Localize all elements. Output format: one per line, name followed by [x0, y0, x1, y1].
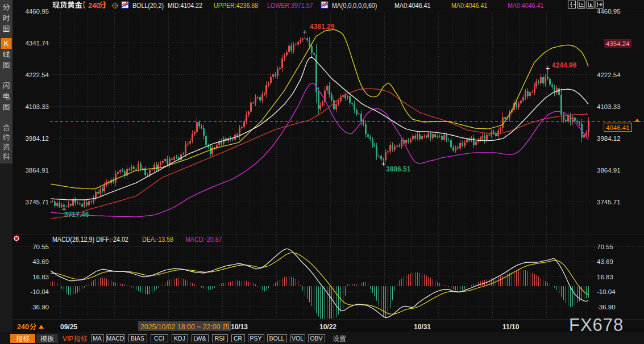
svg-text:RSI: RSI — [215, 335, 225, 342]
svg-text:MA0:4046.41: MA0:4046.41 — [508, 1, 544, 10]
svg-text:4460.95: 4460.95 — [597, 8, 621, 15]
svg-text:BOLL(20,2): BOLL(20,2) — [132, 1, 164, 10]
svg-text:240: 240 — [88, 1, 100, 10]
svg-text:70.55: 70.55 — [597, 244, 613, 250]
svg-text:-36.90: -36.90 — [597, 304, 616, 311]
svg-text:-10.04: -10.04 — [597, 288, 616, 295]
svg-text:10/31: 10/31 — [414, 323, 431, 331]
svg-text:3984.12: 3984.12 — [597, 135, 621, 142]
svg-text:4381.29: 4381.29 — [310, 23, 335, 31]
svg-text:16.83: 16.83 — [597, 274, 613, 280]
svg-text:-10.04: -10.04 — [30, 288, 49, 295]
svg-text:PSY: PSY — [250, 335, 261, 342]
svg-text:MACD(26,12,9) DIFF:-24.02: MACD(26,12,9) DIFF:-24.02 — [52, 235, 128, 244]
svg-text:3745.71: 3745.71 — [25, 199, 49, 205]
svg-text:10/13: 10/13 — [231, 323, 248, 331]
svg-text:KDJ: KDJ — [174, 335, 185, 342]
svg-text:43.69: 43.69 — [597, 258, 613, 265]
svg-text:BOLL: BOLL — [269, 335, 285, 342]
svg-text:DEA:-13.58: DEA:-13.58 — [142, 235, 173, 244]
svg-text:70.55: 70.55 — [32, 244, 49, 250]
svg-text:FX678: FX678 — [569, 315, 624, 335]
svg-text:K: K — [4, 39, 9, 48]
svg-text:10/22: 10/22 — [319, 323, 336, 331]
svg-text:3717.46: 3717.46 — [64, 211, 89, 219]
svg-text:3984.12: 3984.12 — [25, 135, 49, 142]
svg-text:4222.54: 4222.54 — [25, 72, 49, 78]
svg-text:OBV: OBV — [310, 335, 322, 342]
svg-text:MA(0,0,0,0,0,60): MA(0,0,0,0,0,60) — [332, 1, 377, 10]
svg-text:4354.24: 4354.24 — [606, 40, 630, 47]
svg-text:MID:4104.22: MID:4104.22 — [168, 1, 202, 10]
svg-text:UPPER:4236.88: UPPER:4236.88 — [214, 1, 258, 10]
svg-text:4103.33: 4103.33 — [597, 103, 621, 110]
svg-text:CCI: CCI — [154, 335, 164, 342]
svg-text:MA: MA — [93, 335, 102, 342]
svg-text:-36.90: -36.90 — [30, 304, 49, 311]
svg-text:VOL: VOL — [292, 335, 304, 342]
svg-text:3864.91: 3864.91 — [25, 167, 49, 174]
svg-text:MA0:4046.41: MA0:4046.41 — [451, 1, 488, 10]
svg-text:4244.96: 4244.96 — [552, 61, 577, 69]
svg-text:3886.51: 3886.51 — [386, 165, 411, 173]
svg-text:4460.95: 4460.95 — [25, 8, 49, 15]
svg-text:3864.91: 3864.91 — [597, 167, 621, 174]
svg-text:2025/10/02 18:00 ~ 22:00: 2025/10/02 18:00 ~ 22:00 — [140, 323, 221, 331]
svg-text:LOWER:3971.57: LOWER:3971.57 — [267, 1, 313, 10]
svg-text:4341.74: 4341.74 — [25, 40, 49, 47]
svg-text:4103.33: 4103.33 — [25, 103, 49, 110]
svg-text:BIAS: BIAS — [131, 335, 144, 342]
svg-text:11/10: 11/10 — [502, 323, 520, 331]
svg-text:16.83: 16.83 — [32, 274, 49, 280]
svg-text:MACD: MACD — [107, 335, 124, 342]
svg-text:VIP: VIP — [63, 335, 73, 343]
svg-text:CR: CR — [234, 335, 243, 342]
svg-text:240: 240 — [17, 323, 29, 331]
svg-text:09/25: 09/25 — [60, 323, 77, 331]
svg-text:MACD:-20.87: MACD:-20.87 — [185, 235, 222, 244]
svg-text:MA0:4046.41: MA0:4046.41 — [394, 1, 431, 10]
svg-text:4222.54: 4222.54 — [597, 72, 621, 78]
svg-text:3745.71: 3745.71 — [597, 199, 621, 205]
svg-text:4046.41: 4046.41 — [606, 124, 630, 131]
svg-text:LW&: LW& — [194, 335, 206, 342]
svg-text:43.69: 43.69 — [32, 258, 49, 265]
